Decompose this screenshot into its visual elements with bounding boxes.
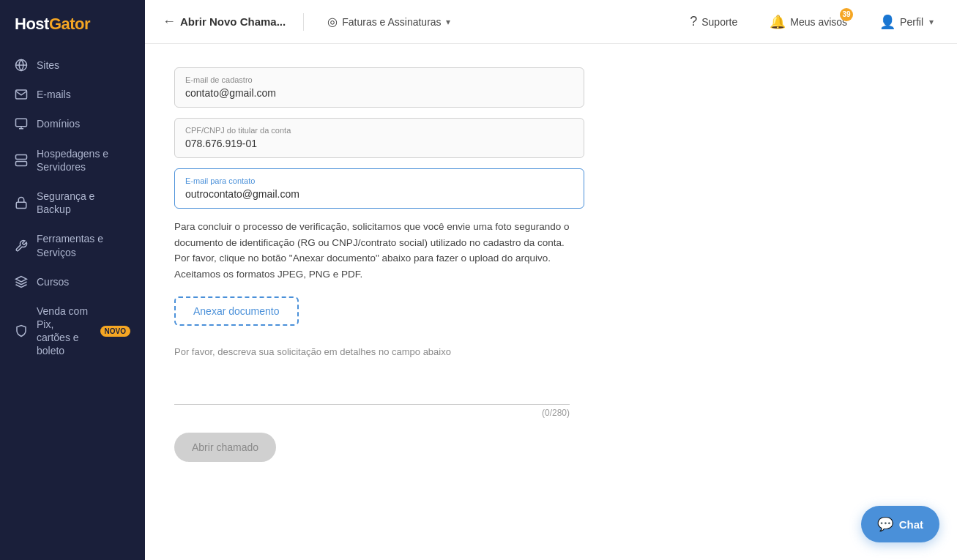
sidebar-item-label: Ferramentas e Serviços	[37, 232, 130, 258]
sidebar-item-label: E-mails	[37, 88, 71, 101]
courses-icon	[15, 275, 28, 288]
sidebar-item-label: Segurança e Backup	[37, 190, 130, 216]
profile-label: Perfil	[900, 16, 923, 28]
sidebar-item-sell[interactable]: Venda com Pix, cartões e boleto NOVO	[6, 297, 139, 365]
cpf-field-container: CPF/CNPJ do titular da conta	[174, 118, 584, 158]
notifications-label: Meus avisos	[790, 16, 847, 28]
char-count: (0/280)	[174, 408, 570, 418]
domain-icon	[15, 117, 28, 130]
email-field-container: E-mail de cadastro	[174, 67, 584, 108]
header-divider	[303, 13, 304, 31]
logo: HostGator	[0, 0, 145, 51]
billing-chevron-icon: ▾	[446, 17, 450, 27]
textarea-placeholder-label: Por favor, descreva sua solicitação em d…	[174, 346, 570, 357]
description-textarea[interactable]	[174, 363, 570, 398]
verification-info-text: Para concluir o processo de verificação,…	[174, 219, 570, 282]
profile-icon: 👤	[879, 14, 895, 30]
email-label: E-mail de cadastro	[185, 75, 573, 84]
notification-count-badge: 39	[840, 8, 853, 21]
new-badge: NOVO	[100, 326, 130, 337]
sidebar-item-label: Cursos	[37, 275, 69, 288]
sidebar-nav: Sites E-mails Domínios Hospedagens e Ser…	[0, 51, 145, 560]
support-label: Suporte	[701, 16, 737, 28]
contact-email-field-container: E-mail para contato	[174, 168, 584, 209]
content-area: E-mail de cadastro CPF/CNPJ do titular d…	[145, 44, 957, 560]
submit-button[interactable]: Abrir chamado	[174, 433, 276, 462]
sidebar-item-tools[interactable]: Ferramentas e Serviços	[6, 225, 139, 266]
profile-button[interactable]: 👤 Perfil ▾	[874, 10, 939, 34]
contact-email-label: E-mail para contato	[185, 176, 573, 185]
email-input[interactable]	[185, 87, 573, 99]
server-icon	[15, 154, 28, 167]
sidebar-item-courses[interactable]: Cursos	[6, 268, 139, 296]
attach-document-button[interactable]: Anexar documento	[174, 296, 299, 326]
billing-icon: ◎	[327, 15, 338, 29]
support-button[interactable]: ? Suporte	[684, 10, 743, 34]
support-icon: ?	[690, 14, 697, 29]
billing-menu[interactable]: ◎ Faturas e Assinaturas ▾	[321, 10, 455, 33]
form-section: E-mail de cadastro CPF/CNPJ do titular d…	[174, 67, 584, 462]
email-icon	[15, 88, 28, 101]
lock-icon	[15, 196, 28, 209]
main-area: ← Abrir Novo Chama... ◎ Faturas e Assina…	[145, 0, 957, 560]
sidebar-item-label: Hospedagens e Servidores	[37, 147, 130, 173]
chat-label: Chat	[899, 518, 923, 531]
cpf-input[interactable]	[185, 138, 573, 149]
textarea-wrapper	[174, 363, 570, 405]
svg-rect-5	[16, 154, 27, 159]
globe-icon	[15, 59, 28, 72]
chat-icon: 💬	[877, 516, 893, 532]
svg-rect-2	[16, 119, 27, 127]
sidebar: HostGator Sites E-mails Domínios Hospeda…	[0, 0, 145, 560]
page-title: Abrir Novo Chama...	[180, 15, 286, 28]
sidebar-item-hosting[interactable]: Hospedagens e Servidores	[6, 140, 139, 181]
svg-rect-9	[16, 202, 26, 208]
cpf-label: CPF/CNPJ do titular da conta	[185, 126, 573, 135]
notifications-button[interactable]: 🔔 39 Meus avisos	[764, 10, 853, 34]
contact-email-input[interactable]	[185, 188, 573, 200]
sidebar-item-sites[interactable]: Sites	[6, 51, 139, 79]
sidebar-item-emails[interactable]: E-mails	[6, 81, 139, 108]
sidebar-item-domains[interactable]: Domínios	[6, 110, 139, 138]
billing-label: Faturas e Assinaturas	[342, 16, 441, 28]
sidebar-item-label: Sites	[37, 59, 59, 72]
back-arrow-icon: ←	[163, 14, 176, 29]
sidebar-item-label: Venda com Pix, cartões e boleto	[37, 305, 89, 358]
svg-marker-10	[16, 276, 27, 282]
back-button[interactable]: ← Abrir Novo Chama...	[163, 14, 286, 29]
chat-button[interactable]: 💬 Chat	[861, 506, 939, 542]
description-field: Por favor, descreva sua solicitação em d…	[174, 346, 570, 418]
svg-rect-6	[16, 161, 27, 165]
header: ← Abrir Novo Chama... ◎ Faturas e Assina…	[145, 0, 957, 44]
sell-icon	[15, 324, 28, 337]
tools-icon	[15, 239, 28, 253]
sidebar-item-security[interactable]: Segurança e Backup	[6, 182, 139, 223]
bell-icon: 🔔	[770, 14, 786, 30]
sidebar-item-label: Domínios	[37, 117, 80, 130]
profile-chevron-icon: ▾	[929, 17, 934, 27]
